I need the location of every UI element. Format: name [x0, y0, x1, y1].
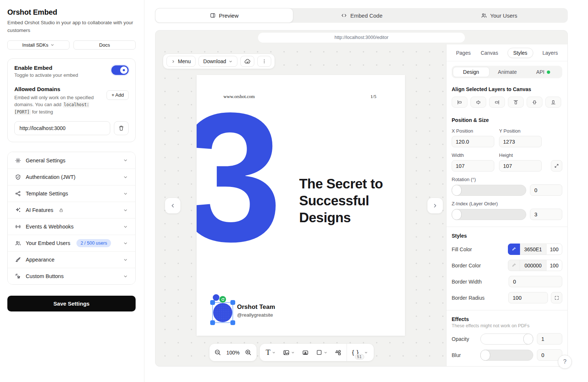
- accordion-item-your-embed-users[interactable]: Your Embed Users 2 / 500 users: [8, 235, 135, 251]
- divider: [447, 227, 567, 227]
- mode-design[interactable]: Design: [453, 67, 490, 77]
- slider-knob[interactable]: [452, 209, 462, 220]
- selection-handle-top-right[interactable]: [230, 300, 235, 305]
- border-width-input[interactable]: [509, 276, 562, 287]
- domain-input[interactable]: [14, 121, 110, 135]
- align-middle-vertical-button[interactable]: [527, 97, 542, 108]
- slider-knob[interactable]: [480, 350, 490, 361]
- zoom-out-button[interactable]: [214, 349, 221, 356]
- border-hex-value[interactable]: 000000: [520, 260, 546, 271]
- variables-tool-button[interactable]: { }51: [348, 344, 372, 361]
- selection-handle-bottom-left[interactable]: [210, 320, 215, 325]
- design-canvas-page[interactable]: www.orshot.com 1/5 3 The Secret to Succe…: [197, 75, 405, 336]
- menu-button[interactable]: Menu: [166, 56, 196, 67]
- accordion-item-authentication[interactable]: Authentication (JWT): [8, 169, 135, 185]
- chevron-down-icon: [123, 274, 128, 279]
- accordion-label: Appearance: [26, 257, 54, 263]
- border-alpha-value[interactable]: 100: [546, 260, 562, 271]
- install-sdks-button[interactable]: Install SDKs: [7, 40, 69, 50]
- next-page-button[interactable]: [427, 198, 443, 213]
- selection-handle-bottom-right[interactable]: [230, 320, 235, 325]
- divider: [447, 310, 567, 310]
- mode-api[interactable]: API: [525, 67, 561, 77]
- tab-canvas[interactable]: Canvas: [480, 48, 499, 58]
- delete-domain-button[interactable]: [114, 121, 129, 135]
- url-bar[interactable]: http://localhost:3000/editor: [258, 33, 465, 43]
- mode-animate[interactable]: Animate: [490, 67, 526, 77]
- border-color-label: Border Color: [452, 263, 508, 269]
- y-position-label: Y Position: [499, 128, 542, 134]
- video-tool-button[interactable]: [298, 344, 312, 361]
- accordion-item-custom-buttons[interactable]: Custom Buttons: [8, 268, 135, 284]
- rotation-input[interactable]: [530, 184, 562, 196]
- more-options-button[interactable]: [257, 56, 271, 67]
- effects-section-title: Effects: [452, 316, 562, 322]
- cloud-check-icon: [244, 58, 251, 65]
- rotate-handle[interactable]: [219, 296, 226, 303]
- elements-tool-button[interactable]: [331, 344, 345, 361]
- paintbrush-icon: [15, 257, 21, 263]
- slider-knob[interactable]: [523, 334, 533, 345]
- zindex-input[interactable]: [530, 209, 562, 220]
- enable-embed-toggle[interactable]: [111, 65, 129, 75]
- rotate-icon: [221, 298, 225, 302]
- canvas-big-number[interactable]: 3: [197, 107, 279, 247]
- text-tool-button[interactable]: T: [262, 344, 279, 361]
- inspector-tabbar: Pages Canvas Styles Layers: [447, 44, 567, 61]
- add-domain-button[interactable]: + Add: [107, 90, 129, 100]
- align-middle-vertical-icon: [532, 100, 537, 105]
- page-subtitle: Embed Orshot Studio in your app to colla…: [7, 19, 136, 35]
- y-position-input[interactable]: [499, 136, 542, 147]
- corner-radius-button[interactable]: [551, 292, 562, 303]
- accordion-item-general-settings[interactable]: General Settings: [8, 152, 135, 169]
- selection-handle-top-left[interactable]: [210, 300, 215, 305]
- url-row: http://localhost:3000/editor: [155, 30, 567, 44]
- docs-button[interactable]: Docs: [74, 40, 136, 50]
- tab-pages[interactable]: Pages: [455, 48, 472, 58]
- canvas-team-text[interactable]: Orshot Team @reallygreatsite: [237, 303, 275, 318]
- border-eyedropper-button[interactable]: [508, 260, 520, 271]
- fill-hex-value[interactable]: 3650E1: [520, 244, 546, 255]
- height-input[interactable]: [499, 160, 542, 172]
- x-position-input[interactable]: [452, 136, 494, 147]
- opacity-slider[interactable]: [480, 334, 533, 345]
- resize-proportional-button[interactable]: [551, 160, 562, 172]
- tab-styles[interactable]: Styles: [508, 48, 533, 58]
- accordion-item-template-settings[interactable]: Template Settings: [8, 185, 135, 202]
- accordion-item-events-webhooks[interactable]: Events & Webhooks: [8, 218, 135, 235]
- align-right-button[interactable]: [489, 97, 505, 108]
- tab-layers[interactable]: Layers: [542, 48, 559, 58]
- opacity-input[interactable]: [537, 333, 562, 345]
- align-center-horizontal-button[interactable]: [470, 97, 486, 108]
- view-tabbar: Preview Embed Code Your Users: [155, 8, 568, 23]
- fill-alpha-value[interactable]: 100: [546, 244, 562, 255]
- image-tool-button[interactable]: [279, 344, 298, 361]
- tab-your-users[interactable]: Your Users: [430, 8, 568, 23]
- zindex-slider[interactable]: [452, 209, 526, 220]
- accordion-item-ai-features[interactable]: AI Features: [8, 202, 135, 218]
- zoom-in-button[interactable]: [245, 349, 252, 356]
- cloud-saved-button[interactable]: [240, 56, 254, 67]
- slider-knob[interactable]: [452, 185, 462, 196]
- shape-tool-button[interactable]: [312, 344, 331, 361]
- border-radius-input[interactable]: [508, 292, 548, 303]
- blur-slider[interactable]: [480, 350, 533, 361]
- download-button[interactable]: Download: [198, 56, 237, 67]
- position-size-title: Position & Size: [452, 117, 562, 123]
- accordion-item-appearance[interactable]: Appearance: [8, 251, 135, 268]
- help-button[interactable]: ?: [558, 355, 572, 369]
- kebab-menu-icon: [262, 59, 267, 64]
- align-bottom-button[interactable]: [545, 97, 561, 108]
- align-top-button[interactable]: [508, 97, 524, 108]
- tab-embed-code[interactable]: Embed Code: [293, 8, 431, 23]
- previous-page-button[interactable]: [165, 198, 180, 213]
- canvas-headline[interactable]: The Secret to Successful Designs: [299, 176, 383, 226]
- canvas-page-indicator[interactable]: 1/5: [370, 94, 376, 100]
- align-left-button[interactable]: [452, 97, 467, 108]
- save-settings-button[interactable]: Save Settings: [7, 296, 136, 311]
- tab-preview[interactable]: Preview: [155, 8, 293, 23]
- width-input[interactable]: [452, 160, 494, 172]
- rotation-slider[interactable]: [452, 185, 526, 196]
- fill-eyedropper-button[interactable]: [508, 244, 520, 255]
- eyedropper-icon: [512, 263, 516, 268]
